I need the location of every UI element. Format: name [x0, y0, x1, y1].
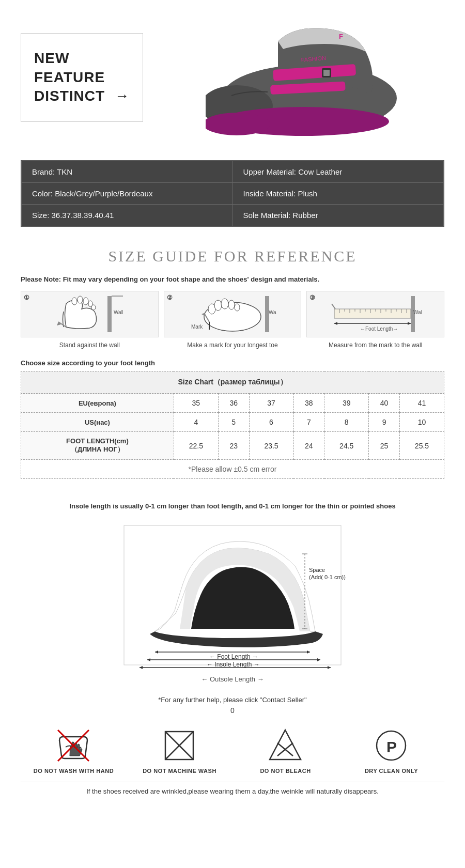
- care-dry-clean: P DRY CLEAN ONLY: [345, 727, 438, 774]
- size-chart-container: Size Chart（размер таблицы） EU(европа)353…: [21, 371, 444, 479]
- care-icons: DO NOT WASH WITH HAND DO NOT MACHINE WAS…: [21, 727, 444, 774]
- badge-line1: NEW: [34, 50, 69, 66]
- size-row: EU(европа)35363738394041: [21, 394, 444, 413]
- svg-text:←Foot Length→: ←Foot Length→: [360, 326, 398, 332]
- size-cell: 38: [293, 394, 324, 413]
- product-info-table: Brand: TKN Upper Material: Cow Leather C…: [21, 160, 444, 227]
- size-cell: 6: [249, 413, 293, 432]
- size-chart-table: Size Chart（размер таблицы） EU(европа)353…: [21, 371, 444, 479]
- insole-diagram: Space (Add( 0-1 cm)) ← Foot Length → ← I…: [21, 520, 444, 670]
- svg-line-53: [332, 304, 335, 309]
- contact-note: *For any further help, please click "Con…: [0, 696, 465, 704]
- svg-marker-61: [155, 650, 158, 654]
- size-cell: 25: [369, 432, 400, 460]
- svg-marker-66: [317, 658, 320, 661]
- feature-text: NEW FEATURE DISTINCT →: [34, 49, 130, 105]
- size-row-label: US(нас): [21, 413, 174, 432]
- badge-line2: FEATURE: [34, 69, 105, 85]
- svg-rect-7: [323, 70, 330, 76]
- svg-text:← Foot Length →: ← Foot Length →: [209, 653, 258, 660]
- svg-point-27: [235, 304, 240, 311]
- info-row: Color: Black/Grey/Purple/Bordeaux Inside…: [22, 183, 444, 205]
- outsole-label: ← Outsole Length →: [21, 675, 444, 683]
- svg-rect-10: [107, 296, 112, 332]
- choose-size-label: Choose size according to your foot lengt…: [21, 359, 444, 367]
- size-cell: 35: [174, 394, 218, 413]
- no-hand-wash-icon: [55, 727, 91, 764]
- svg-text:Wall: Wall: [413, 309, 422, 315]
- size-cell: 4: [174, 413, 218, 432]
- care-no-hand-wash: DO NOT WASH WITH HAND: [27, 727, 120, 774]
- no-bleach-label: DO NOT BLEACH: [260, 768, 311, 774]
- svg-point-26: [228, 300, 235, 309]
- step3-image: ③ Wall: [306, 291, 444, 337]
- svg-point-16: [91, 305, 96, 310]
- shoe-image-container: FASHION F: [164, 16, 444, 140]
- size-cell: 25.5: [399, 432, 444, 460]
- shoe-illustration: FASHION F: [206, 16, 402, 140]
- size-cell: 8: [324, 413, 369, 432]
- svg-text:← Insole Length →: ← Insole Length →: [207, 661, 260, 668]
- svg-marker-69: [140, 666, 143, 669]
- size-cell: 37: [249, 394, 293, 413]
- svg-marker-76: [270, 730, 301, 760]
- badge-line3: DISTINCT: [34, 88, 105, 104]
- contact-zero: 0: [0, 706, 465, 715]
- feature-badge: NEW FEATURE DISTINCT →: [21, 33, 143, 121]
- svg-text:Mark: Mark: [191, 324, 203, 330]
- size-cell: 9: [369, 413, 400, 432]
- size-cell: 24.5: [324, 432, 369, 460]
- size-cell: 22.5: [174, 432, 218, 460]
- svg-point-3: [206, 113, 270, 135]
- measure-steps: ①: [21, 291, 444, 349]
- no-machine-wash-label: DO NOT MACHINE WASH: [143, 768, 216, 774]
- svg-point-25: [221, 299, 228, 309]
- svg-text:Wall: Wall: [114, 309, 123, 315]
- measure-step-1: ①: [21, 291, 159, 349]
- svg-text:Wall: Wall: [269, 309, 276, 315]
- size-cell: 40: [369, 394, 400, 413]
- no-bleach-icon: [267, 727, 303, 764]
- chart-title: Size Chart（размер таблицы）: [21, 371, 444, 394]
- svg-marker-62: [307, 650, 310, 654]
- no-hand-wash-label: DO NOT WASH WITH HAND: [34, 768, 114, 774]
- svg-text:Space: Space: [309, 567, 325, 573]
- step2-svg: Wall Mark: [189, 293, 276, 335]
- size-cell: 23.5: [249, 432, 293, 460]
- info-cell-right: Upper Material: Cow Leather: [233, 161, 444, 183]
- care-final-note: If the shoes received are wrinkled,pleas…: [21, 782, 444, 800]
- measure-step-2: ② Wall Mark: [164, 291, 302, 349]
- care-section: DO NOT WASH WITH HAND DO NOT MACHINE WAS…: [0, 722, 465, 811]
- step2-image: ② Wall Mark: [164, 291, 302, 337]
- hero-section: NEW FEATURE DISTINCT →: [0, 0, 465, 150]
- info-cell-left: Color: Black/Grey/Purple/Bordeaux: [22, 183, 233, 205]
- dry-clean-label: DRY CLEAN ONLY: [365, 768, 418, 774]
- insole-svg: Space (Add( 0-1 cm)) ← Foot Length → ← I…: [119, 520, 346, 670]
- error-note: *Please allow ±0.5 cm error: [21, 460, 444, 479]
- size-row-label: FOOT LENGTH(cm) （ДЛИНА НОГ）: [21, 432, 174, 460]
- step1-label: Stand against the wall: [21, 342, 159, 349]
- insole-section: Insole length is usually 0-1 cm longer t…: [0, 497, 465, 696]
- svg-text:(Add( 0-1 cm)): (Add( 0-1 cm)): [309, 574, 346, 580]
- size-cell: 41: [399, 394, 444, 413]
- care-no-bleach: DO NOT BLEACH: [239, 727, 332, 774]
- size-cell: 5: [218, 413, 249, 432]
- step1-svg: Wall: [56, 293, 123, 335]
- arrow-icon: →: [115, 88, 130, 104]
- size-cell: 7: [293, 413, 324, 432]
- insole-note: Insole length is usually 0-1 cm longer t…: [21, 502, 444, 510]
- size-cell: 10: [399, 413, 444, 432]
- svg-text:P: P: [386, 738, 397, 755]
- size-row: US(нас)45678910: [21, 413, 444, 432]
- step3-label: Measure from the mark to the wall: [306, 342, 444, 349]
- info-cell-left: Brand: TKN: [22, 161, 233, 183]
- step3-svg: Wall: [329, 293, 422, 335]
- info-cell-right: Inside Material: Plush: [233, 183, 444, 205]
- svg-point-14: [83, 298, 88, 305]
- svg-rect-34: [334, 309, 411, 318]
- size-row-label: EU(европа): [21, 394, 174, 413]
- dry-clean-icon: P: [373, 727, 409, 764]
- svg-marker-51: [408, 322, 411, 325]
- size-cell: 39: [324, 394, 369, 413]
- no-machine-wash-icon: [161, 727, 197, 764]
